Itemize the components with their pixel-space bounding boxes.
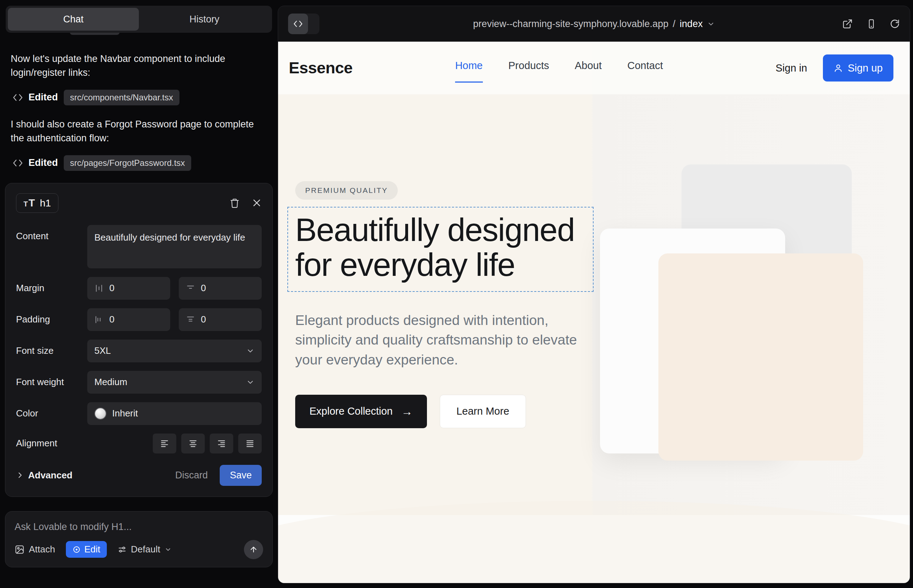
selected-h1-outline[interactable]: Beautifully designed for everyday life: [287, 207, 594, 292]
sign-up-label: Sign up: [848, 62, 883, 74]
explore-collection-button[interactable]: Explore Collection →: [295, 395, 427, 428]
preview-topbar: preview--charming-site-symphony.lovable.…: [278, 6, 910, 42]
padding-x-value: 0: [109, 314, 114, 325]
site-preview: Essence Home Products About Contact Sign…: [278, 42, 910, 583]
align-left-button[interactable]: [153, 433, 176, 454]
composer-input[interactable]: [15, 522, 263, 533]
nav-link-about[interactable]: About: [575, 60, 602, 76]
chat-message: Now let's update the Navbar component to…: [11, 52, 260, 80]
padding-x-input[interactable]: 0: [87, 308, 170, 331]
margin-y-input[interactable]: 0: [179, 277, 262, 300]
edit-action-label: Edited: [29, 157, 58, 168]
send-button[interactable]: [244, 540, 263, 559]
explore-collection-label: Explore Collection: [309, 405, 393, 417]
premium-quality-badge: PREMIUM QUALITY: [295, 181, 398, 200]
decorative-curve: [278, 501, 910, 583]
font-weight-row: Font weight Medium: [16, 371, 262, 394]
font-size-row: Font size 5XL: [16, 339, 262, 362]
user-icon: [834, 63, 843, 73]
nav-link-products[interactable]: Products: [508, 60, 549, 76]
font-weight-value: Medium: [94, 376, 127, 388]
color-row: Color Inherit: [16, 402, 262, 425]
font-size-value: 5XL: [94, 345, 111, 356]
color-value: Inherit: [112, 408, 138, 419]
sign-in-link[interactable]: Sign in: [775, 62, 807, 74]
preview-page: index: [680, 18, 703, 29]
hero-headline[interactable]: Beautifully designed for everyday life: [295, 213, 585, 283]
padding-vertical-icon: [186, 315, 195, 324]
content-input[interactable]: Beautifully designed for everyday life: [87, 225, 262, 268]
padding-row: Padding 0 0: [16, 308, 262, 331]
sliders-icon: [118, 545, 127, 554]
advanced-label: Advanced: [28, 470, 72, 481]
mobile-view-button[interactable]: [866, 19, 876, 29]
editor-footer: Advanced Discard Save: [16, 465, 262, 486]
site-logo[interactable]: Essence: [289, 59, 353, 77]
default-label: Default: [131, 544, 160, 555]
delete-element-button[interactable]: [230, 197, 240, 208]
url-separator: /: [673, 18, 675, 29]
site-nav-links: Home Products About Contact: [455, 60, 663, 76]
sidebar-tabbar: Chat History: [6, 6, 272, 33]
refresh-button[interactable]: [890, 19, 900, 29]
discard-button[interactable]: Discard: [175, 470, 208, 481]
open-external-button[interactable]: [842, 18, 853, 29]
color-select[interactable]: Inherit: [87, 402, 262, 425]
code-icon[interactable]: [288, 13, 308, 34]
default-mode-dropdown[interactable]: Default: [118, 544, 172, 555]
attach-button[interactable]: Attach: [15, 544, 55, 555]
element-tag-label: h1: [40, 197, 51, 209]
chevron-right-icon: [16, 471, 24, 479]
composer-toolbar: Attach Edit Default: [15, 540, 263, 559]
save-button[interactable]: Save: [220, 465, 262, 486]
file-path-badge[interactable]: src/pages/ForgotPassword.tsx: [64, 155, 191, 171]
close-editor-button[interactable]: [252, 198, 262, 208]
file-edit-row: Edited src/components/Navbar.tsx: [13, 90, 267, 105]
chat-message: I should also create a Forgot Password p…: [11, 118, 260, 145]
align-right-button[interactable]: [210, 433, 233, 454]
padding-y-input[interactable]: 0: [179, 308, 262, 331]
chat-sidebar: Chat History Now let's update the Navbar…: [0, 0, 278, 588]
alignment-label: Alignment: [16, 438, 87, 449]
content-row: Content Beautifully designed for everyda…: [16, 225, 262, 268]
hero-section: PREMIUM QUALITY Beautifully designed for…: [278, 94, 910, 428]
margin-horizontal-icon: [94, 284, 104, 293]
tab-history[interactable]: History: [139, 8, 270, 31]
align-justify-button[interactable]: [238, 433, 262, 454]
chevron-down-icon: [246, 378, 254, 386]
padding-horizontal-icon: [94, 315, 104, 324]
color-swatch: [94, 407, 107, 420]
sign-up-button[interactable]: Sign up: [823, 55, 894, 81]
code-icon: [13, 94, 23, 102]
chevron-down-icon[interactable]: [707, 20, 715, 28]
editor-header: TT h1: [16, 193, 262, 213]
hero-subtext[interactable]: Elegant products designed with intention…: [295, 310, 580, 370]
hero-cta-row: Explore Collection → Learn More: [295, 395, 910, 428]
margin-x-input[interactable]: 0: [87, 277, 170, 300]
chat-messages: Now let's update the Navbar component to…: [0, 33, 278, 171]
learn-more-button[interactable]: Learn More: [440, 395, 526, 428]
file-edit-row: Edited src/pages/ForgotPassword.tsx: [13, 155, 267, 171]
target-icon: [72, 545, 81, 554]
content-label: Content: [16, 225, 87, 242]
font-size-select[interactable]: 5XL: [87, 339, 262, 362]
color-label: Color: [16, 408, 87, 419]
chevron-down-icon: [246, 347, 254, 355]
edit-label: Edit: [84, 544, 100, 555]
attach-label: Attach: [29, 544, 55, 555]
nav-link-contact[interactable]: Contact: [627, 60, 663, 76]
nav-link-home[interactable]: Home: [455, 60, 482, 82]
edit-action-label: Edited: [29, 92, 58, 103]
font-weight-select[interactable]: Medium: [87, 371, 262, 394]
tab-chat[interactable]: Chat: [8, 8, 139, 31]
selected-element-pill[interactable]: TT h1: [16, 193, 58, 213]
code-view-toggle[interactable]: [288, 13, 319, 34]
margin-row: Margin 0 0: [16, 277, 262, 300]
file-path-badge[interactable]: src/components/Navbar.tsx: [64, 90, 180, 105]
advanced-expander[interactable]: Advanced: [16, 470, 72, 481]
element-editor-panel: TT h1 Content Beautifully designed for e…: [5, 183, 273, 497]
toggle-handle[interactable]: [308, 13, 319, 34]
preview-url-bar[interactable]: preview--charming-site-symphony.lovable.…: [473, 18, 715, 29]
edit-mode-button[interactable]: Edit: [66, 541, 107, 558]
align-center-button[interactable]: [181, 433, 205, 454]
